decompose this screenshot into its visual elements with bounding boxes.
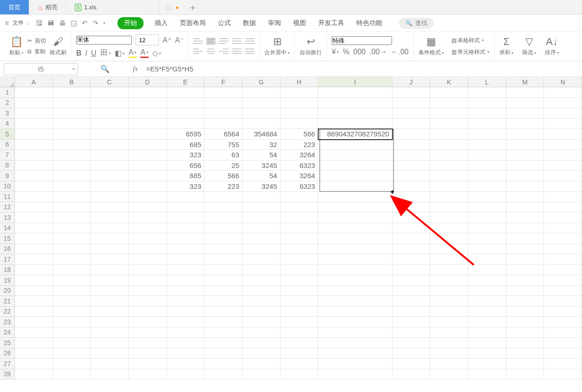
cell-H9[interactable]: 3264	[281, 171, 319, 181]
tab-file[interactable]: S 1.xls	[66, 0, 159, 14]
cell-C15[interactable]	[91, 233, 129, 244]
cell-E28[interactable]	[167, 369, 205, 380]
cell-N13[interactable]	[544, 212, 582, 223]
ribbon-tab-start[interactable]: 开始	[118, 17, 144, 29]
cell-D24[interactable]	[129, 328, 167, 338]
cell-K19[interactable]	[430, 275, 468, 286]
align-right-icon[interactable]	[219, 48, 229, 55]
cell-J21[interactable]	[392, 296, 431, 307]
wrap-icon[interactable]: ↩	[300, 36, 322, 48]
cell-F7[interactable]: 63	[204, 150, 242, 161]
sort-button[interactable]: 排序	[545, 49, 559, 57]
cell-M18[interactable]	[506, 265, 544, 276]
cell-G15[interactable]	[242, 233, 281, 244]
cell-E2[interactable]	[167, 98, 205, 109]
cell-B4[interactable]	[53, 119, 91, 129]
row-header-5[interactable]: 5	[0, 129, 15, 140]
cell-D21[interactable]	[129, 296, 167, 307]
cell-I16[interactable]	[318, 244, 392, 255]
cell-B21[interactable]	[53, 296, 91, 307]
cell-J14[interactable]	[392, 223, 431, 234]
cell-I11[interactable]	[318, 192, 392, 202]
cell-M19[interactable]	[506, 275, 544, 286]
cell-N10[interactable]	[544, 181, 582, 192]
cell-K16[interactable]	[430, 244, 468, 255]
cell-C6[interactable]	[91, 140, 129, 150]
cell-G24[interactable]	[242, 328, 281, 338]
condfmt-icon[interactable]: ▦	[419, 36, 444, 48]
cell-H18[interactable]	[281, 265, 319, 276]
filter-button[interactable]: 筛选	[522, 49, 536, 57]
cell-E21[interactable]	[167, 296, 205, 307]
cell-E3[interactable]	[167, 108, 205, 119]
cell-I27[interactable]	[318, 359, 392, 369]
cell-J10[interactable]	[392, 181, 431, 192]
col-header-H[interactable]: H	[281, 77, 319, 87]
cell-F2[interactable]	[204, 98, 242, 109]
cell-G14[interactable]	[242, 223, 281, 234]
cell-L28[interactable]	[468, 369, 506, 380]
cell-A22[interactable]	[15, 307, 53, 317]
cell-E14[interactable]	[167, 223, 205, 234]
cell-H20[interactable]	[281, 286, 319, 296]
cell-L22[interactable]	[468, 307, 506, 317]
cell-K10[interactable]	[430, 181, 468, 192]
cell-E11[interactable]	[167, 192, 205, 202]
cell-E5[interactable]: 6595	[167, 129, 205, 140]
cell-G23[interactable]	[242, 317, 281, 328]
cell-M13[interactable]	[506, 212, 544, 223]
cell-K11[interactable]	[430, 192, 468, 202]
cell-J19[interactable]	[392, 275, 431, 286]
cell-B15[interactable]	[53, 233, 91, 244]
search-box[interactable]: 🔍 查找	[399, 18, 434, 29]
cell-E16[interactable]	[167, 244, 205, 255]
formula-input[interactable]	[143, 65, 582, 73]
col-header-F[interactable]: F	[204, 77, 242, 87]
cell-J4[interactable]	[392, 119, 431, 129]
row-header-21[interactable]: 21	[0, 296, 15, 307]
spreadsheet[interactable]: ABCDEFGHIJKLMN 1234567891011121314151617…	[0, 77, 582, 392]
cell-K9[interactable]	[430, 171, 468, 181]
cell-M14[interactable]	[506, 223, 544, 234]
tab-home[interactable]: 首页	[0, 0, 29, 14]
cell-K1[interactable]	[430, 87, 468, 98]
row-header-13[interactable]: 13	[0, 212, 15, 223]
sum-button[interactable]: 求和	[499, 49, 514, 57]
row-header-20[interactable]: 20	[0, 286, 15, 296]
ribbon-tab-special[interactable]: 特色功能	[355, 17, 383, 29]
cell-H28[interactable]	[281, 369, 319, 380]
cell-J12[interactable]	[392, 202, 431, 213]
cell-F21[interactable]	[204, 296, 242, 307]
cell-F22[interactable]	[204, 307, 242, 317]
cell-E20[interactable]	[167, 286, 205, 296]
cell-A11[interactable]	[15, 192, 53, 202]
cell-F5[interactable]: 6564	[204, 129, 242, 140]
cell-H10[interactable]: 6323	[281, 181, 319, 192]
ribbon-tab-pagelayout[interactable]: 页面布局	[179, 17, 207, 29]
cell-G3[interactable]	[242, 108, 281, 119]
cell-G25[interactable]	[242, 338, 281, 348]
align-left-icon[interactable]	[193, 48, 203, 55]
cell-E24[interactable]	[167, 328, 205, 338]
cell-C4[interactable]	[91, 119, 129, 129]
cell-G10[interactable]: 3245	[242, 181, 281, 192]
cell-L16[interactable]	[468, 244, 506, 255]
cell-H23[interactable]	[281, 317, 319, 328]
cell-D9[interactable]	[129, 171, 167, 181]
row-header-27[interactable]: 27	[0, 359, 15, 369]
cell-D6[interactable]	[129, 140, 167, 150]
cell-C25[interactable]	[91, 338, 129, 348]
cell-C12[interactable]	[91, 202, 129, 213]
align-justify-icon[interactable]	[232, 48, 242, 55]
cell-L17[interactable]	[468, 254, 506, 265]
cell-A17[interactable]	[15, 254, 53, 265]
cell-G11[interactable]	[242, 192, 281, 202]
cell-N23[interactable]	[544, 317, 582, 328]
cell-I9[interactable]	[318, 171, 392, 181]
cell-I8[interactable]	[318, 161, 392, 171]
cell-F25[interactable]	[204, 338, 242, 348]
cell-B19[interactable]	[53, 275, 91, 286]
cell-B5[interactable]	[53, 129, 91, 140]
cell-A4[interactable]	[15, 119, 53, 129]
cell-F9[interactable]: 566	[204, 171, 242, 181]
